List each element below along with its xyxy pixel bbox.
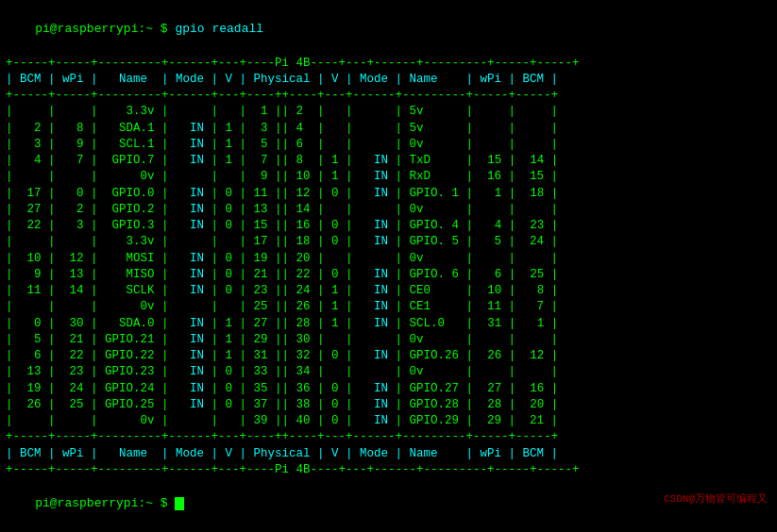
table-data-row: | 9 | 13 | MISO | IN | 0 | 21 || 22 | 0 …: [6, 267, 771, 283]
table-separator: +-----+-----+---------+------+---+----++…: [6, 88, 771, 104]
table-data-row: | | | 3.3v | | | 17 || 18 | 0 | IN | GPI…: [6, 234, 771, 250]
table-data-row: | | | 0v | | | 39 || 40 | 0 | IN | GPIO.…: [6, 413, 771, 429]
table-data-row: | 3 | 9 | SCL.1 | IN | 1 | 5 || 6 | | | …: [6, 137, 771, 153]
table-data-row: | | | 3.3v | | | 1 || 2 | | | 5v | | |: [6, 104, 771, 120]
table-data-row: | 26 | 25 | GPIO.25 | IN | 0 | 37 || 38 …: [6, 397, 771, 413]
table-data-row: | 13 | 23 | GPIO.23 | IN | 0 | 33 || 34 …: [6, 364, 771, 380]
table-data-row: | 2 | 8 | SDA.1 | IN | 1 | 3 || 4 | | | …: [6, 121, 771, 137]
table-data-row: | 10 | 12 | MOSI | IN | 0 | 19 || 20 | |…: [6, 251, 771, 267]
table-data-row: | 0 | 30 | SDA.0 | IN | 1 | 27 || 28 | 1…: [6, 316, 771, 332]
table-data-row: | 17 | 0 | GPIO.0 | IN | 0 | 11 || 12 | …: [6, 186, 771, 202]
cursor: [175, 497, 184, 510]
table-data-row: | 5 | 21 | GPIO.21 | IN | 1 | 29 || 30 |…: [6, 332, 771, 348]
prompt-user-2: pi@raspberrypi:~ $: [35, 496, 175, 510]
prompt-line-1: pi@raspberrypi:~ $ gpio readall: [6, 4, 771, 56]
table-separator: +-----+-----+---------+------+---+----Pi…: [6, 462, 771, 478]
gpio-table: +-----+-----+---------+------+---+----Pi…: [6, 56, 771, 479]
table-separator: +-----+-----+---------+------+---+----++…: [6, 429, 771, 445]
table-data-row: | 11 | 14 | SCLK | IN | 0 | 23 || 24 | 1…: [6, 283, 771, 299]
table-data-row: | 6 | 22 | GPIO.22 | IN | 1 | 31 || 32 |…: [6, 348, 771, 364]
table-data-row: | | | 0v | | | 9 || 10 | 1 | IN | RxD | …: [6, 169, 771, 185]
terminal-window: pi@raspberrypi:~ $ gpio readall +-----+-…: [0, 0, 777, 532]
table-data-row: | | | 0v | | | 25 || 26 | 1 | IN | CE1 |…: [6, 299, 771, 315]
watermark: CSDN@万物皆可编程又: [664, 491, 768, 506]
table-header-row: | BCM | wPi | Name | Mode | V | Physical…: [6, 72, 771, 88]
table-data-row: | 4 | 7 | GPIO.7 | IN | 1 | 7 || 8 | 1 |…: [6, 153, 771, 169]
prompt-line-2: pi@raspberrypi:~ $: [6, 478, 771, 530]
table-data-row: | 19 | 24 | GPIO.24 | IN | 0 | 35 || 36 …: [6, 381, 771, 397]
table-header-row: | BCM | wPi | Name | Mode | V | Physical…: [6, 446, 771, 462]
table-separator: +-----+-----+---------+------+---+----Pi…: [6, 56, 771, 72]
table-data-row: | 27 | 2 | GPIO.2 | IN | 0 | 13 || 14 | …: [6, 202, 771, 218]
prompt-user: pi@raspberrypi:~ $: [35, 22, 175, 36]
table-data-row: | 22 | 3 | GPIO.3 | IN | 0 | 15 || 16 | …: [6, 218, 771, 234]
prompt-cmd: gpio readall: [175, 22, 263, 36]
